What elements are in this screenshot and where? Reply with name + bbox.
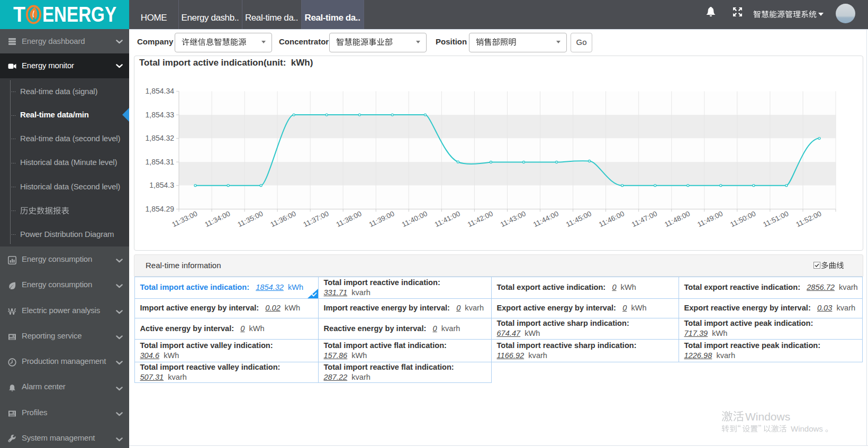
svg-text:11:51:00: 11:51:00 [762, 209, 790, 228]
svg-text:11:36:00: 11:36:00 [269, 209, 297, 228]
svg-text:1,854.32: 1,854.32 [146, 134, 175, 142]
svg-text:1,854.29: 1,854.29 [146, 205, 175, 213]
svg-text:11:33:00: 11:33:00 [170, 209, 198, 228]
svg-text:1,854.34: 1,854.34 [146, 87, 175, 95]
svg-text:1,854.33: 1,854.33 [146, 111, 175, 119]
svg-text:11:42:00: 11:42:00 [466, 209, 494, 228]
svg-text:11:43:00: 11:43:00 [499, 209, 527, 228]
svg-text:T: T [13, 3, 25, 26]
svg-text:11:38:00: 11:38:00 [335, 209, 363, 228]
svg-text:11:37:00: 11:37:00 [302, 209, 330, 228]
svg-text:1,854.3: 1,854.3 [149, 181, 174, 189]
svg-text:11:34:00: 11:34:00 [203, 209, 231, 228]
svg-text:11:50:00: 11:50:00 [729, 209, 757, 228]
svg-text:11:39:00: 11:39:00 [368, 209, 396, 228]
svg-text:11:48:00: 11:48:00 [663, 209, 691, 228]
svg-text:11:40:00: 11:40:00 [401, 209, 429, 228]
svg-text:11:47:00: 11:47:00 [630, 209, 658, 228]
svg-text:11:35:00: 11:35:00 [236, 209, 264, 228]
svg-text:1,854.31: 1,854.31 [146, 158, 175, 166]
svg-text:ENERGY: ENERGY [42, 3, 116, 26]
svg-text:11:52:00: 11:52:00 [794, 209, 822, 228]
svg-text:11:49:00: 11:49:00 [696, 209, 724, 228]
svg-text:11:46:00: 11:46:00 [598, 209, 626, 228]
svg-text:11:44:00: 11:44:00 [532, 209, 560, 228]
svg-text:11:41:00: 11:41:00 [433, 209, 462, 228]
svg-text:11:45:00: 11:45:00 [565, 209, 593, 228]
